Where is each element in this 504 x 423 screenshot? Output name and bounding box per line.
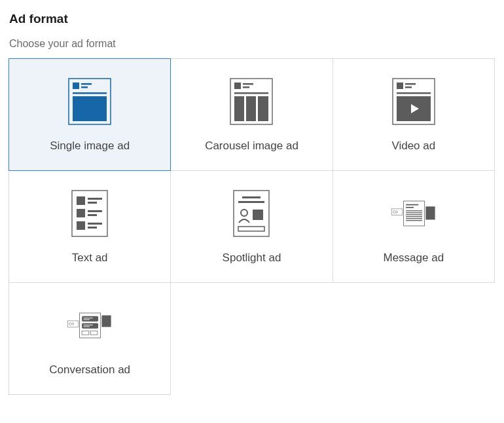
svg-rect-1 <box>73 83 79 89</box>
svg-rect-5 <box>73 96 107 121</box>
text-ad-icon <box>67 189 113 238</box>
svg-rect-23 <box>88 198 102 200</box>
ad-format-label: Text ad <box>72 251 108 265</box>
svg-rect-29 <box>88 223 102 225</box>
svg-rect-2 <box>81 83 92 85</box>
video-icon <box>391 77 437 126</box>
svg-rect-61 <box>84 326 90 327</box>
svg-rect-15 <box>397 83 403 89</box>
svg-rect-48 <box>406 218 422 219</box>
svg-rect-7 <box>234 83 241 89</box>
svg-rect-25 <box>77 209 85 217</box>
svg-rect-39 <box>396 211 397 212</box>
svg-rect-45 <box>406 212 422 213</box>
svg-rect-16 <box>405 83 416 85</box>
ad-format-spotlight[interactable]: Spotlight ad <box>170 170 333 283</box>
conversation-icon <box>67 301 113 350</box>
ad-format-message[interactable]: Message ad <box>333 170 495 283</box>
ad-format-single-image[interactable]: Single image ad <box>9 58 171 171</box>
ad-format-label: Video ad <box>391 139 435 153</box>
single-image-icon <box>67 77 113 126</box>
svg-rect-42 <box>406 204 418 206</box>
svg-rect-40 <box>396 212 397 213</box>
svg-rect-56 <box>82 316 98 322</box>
svg-rect-43 <box>406 207 414 208</box>
ad-format-carousel[interactable]: Carousel image ad <box>170 58 333 171</box>
svg-rect-49 <box>406 220 422 221</box>
svg-rect-9 <box>243 86 249 88</box>
svg-rect-4 <box>73 92 107 94</box>
svg-rect-60 <box>84 325 93 325</box>
svg-rect-33 <box>238 201 264 203</box>
ad-format-label: Single image ad <box>50 139 130 153</box>
svg-rect-10 <box>234 92 268 94</box>
svg-rect-22 <box>77 196 85 205</box>
page-title: Ad format <box>9 12 495 26</box>
svg-rect-58 <box>84 320 90 320</box>
svg-rect-64 <box>102 316 111 327</box>
svg-rect-36 <box>238 227 264 231</box>
svg-rect-53 <box>72 323 73 323</box>
section-subtitle: Choose your ad format <box>9 38 495 50</box>
ad-format-video[interactable]: Video ad <box>333 58 495 171</box>
spotlight-icon <box>228 189 274 238</box>
svg-rect-28 <box>77 221 85 230</box>
svg-rect-24 <box>88 202 97 204</box>
ad-format-grid: Single image ad Carousel image ad <box>9 59 495 395</box>
carousel-icon <box>228 77 274 126</box>
svg-rect-54 <box>72 324 73 325</box>
ad-format-label: Spotlight ad <box>223 251 281 265</box>
svg-rect-47 <box>406 216 422 217</box>
ad-format-text[interactable]: Text ad <box>9 170 171 283</box>
svg-rect-30 <box>88 227 97 229</box>
svg-rect-17 <box>405 86 412 88</box>
svg-point-34 <box>241 210 247 216</box>
message-icon <box>391 189 437 238</box>
svg-rect-26 <box>88 210 102 212</box>
svg-rect-13 <box>258 96 268 121</box>
ad-format-label: Carousel image ad <box>205 139 298 153</box>
svg-rect-46 <box>406 214 422 215</box>
svg-rect-11 <box>234 96 244 121</box>
ad-format-label: Conversation ad <box>49 363 130 377</box>
svg-rect-3 <box>81 86 88 88</box>
svg-rect-59 <box>82 323 98 328</box>
ad-format-conversation[interactable]: Conversation ad <box>9 282 171 395</box>
svg-rect-50 <box>425 206 435 219</box>
svg-rect-18 <box>397 92 431 94</box>
svg-rect-35 <box>253 210 263 220</box>
svg-rect-8 <box>243 83 253 85</box>
svg-rect-57 <box>84 318 93 318</box>
ad-format-label: Message ad <box>384 251 444 265</box>
svg-rect-27 <box>88 214 97 216</box>
svg-rect-44 <box>406 210 422 211</box>
svg-rect-32 <box>242 196 261 198</box>
svg-rect-12 <box>246 96 256 121</box>
